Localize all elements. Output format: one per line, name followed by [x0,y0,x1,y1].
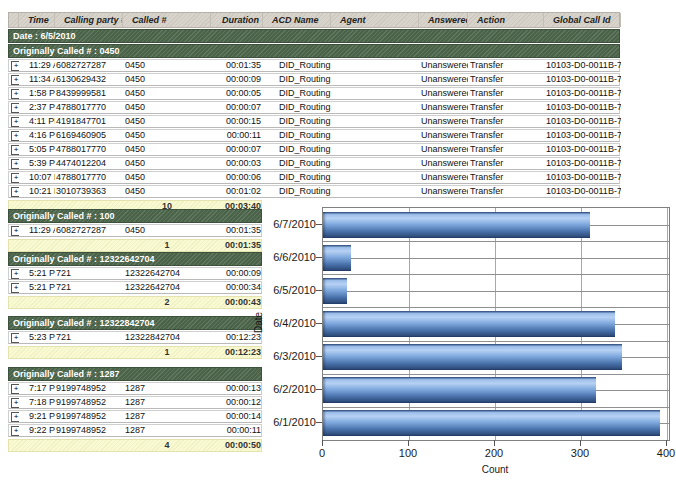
cell-global_id: 10103-D0-0011B-77E [544,172,621,183]
column-header-gid: Global Call Id [544,13,621,27]
expand-row-button[interactable]: + [11,145,19,155]
cell-answered: Unanswered [419,116,468,127]
cell-action: Transfer [468,116,544,127]
cell-agent [331,102,419,113]
cell-acd: DID_Routing [263,74,331,85]
cell-time: 7:18 PM [19,397,55,408]
cell-duration: 00:00:13 [211,383,263,394]
group-summary-row: 100:12:23 [8,346,262,359]
cell-called: 12322842704 [123,332,211,343]
cell-duration: 00:00:09 [211,74,263,85]
cell-time: 4:11 PM [19,116,55,127]
row-gutter: + [9,411,19,422]
cell-calling: 4788017770 [55,172,123,183]
cell-calling: 721 [55,332,123,343]
call-group: Originally Called # : 100+11:29 AM608272… [8,209,262,252]
cell-answered: Unanswered [419,172,468,183]
cell-acd: DID_Routing [263,186,331,197]
chart-bar[interactable] [323,311,615,337]
cell-duration: 00:00:34 [211,282,263,293]
cell-calling: 4788017770 [55,102,123,113]
expand-row-button[interactable]: + [11,117,19,127]
cell-calling: 6082727287 [55,60,123,71]
summary-spacer [19,440,55,451]
cell-agent [331,60,419,71]
category-label: 6/1/2010 [254,416,316,428]
column-header-acd: ACD Name [263,13,331,27]
table-row: +10:21 PM3010739363045000:01:02DID_Routi… [8,185,620,198]
expand-row-button[interactable]: + [11,333,19,343]
cell-time: 4:16 PM [19,130,55,141]
category-tick [316,224,322,225]
expand-row-button[interactable]: + [11,61,19,71]
table-row: +9:22 PM9199748952128700:00:11 [8,424,262,437]
cell-answered: Unanswered [419,158,468,169]
expand-row-button[interactable]: + [11,412,19,422]
summary-spacer [55,240,123,251]
cell-action: Transfer [468,102,544,113]
summary-call-count: 2 [123,297,211,308]
chart-bar[interactable] [323,377,596,403]
expand-row-button[interactable]: + [11,131,19,141]
cell-time: 10:21 PM [19,186,55,197]
cell-time: 5:39 PM [19,158,55,169]
cell-called: 1287 [123,411,211,422]
cell-acd: DID_Routing [263,60,331,71]
expand-row-button[interactable]: + [11,426,19,436]
cell-global_id: 10103-D0-0011B-774 [544,144,621,155]
expand-row-button[interactable]: + [11,187,19,197]
call-group: Originally Called # : 12322842704+5:23 P… [8,316,262,359]
expand-row-button[interactable]: + [11,159,19,169]
summary-spacer [19,347,55,358]
table-row: +5:21 PM7211232264270400:00:34 [8,281,262,294]
cell-answered: Unanswered [419,88,468,99]
chart-bar[interactable] [323,212,590,238]
cell-duration: 00:00:11 [211,130,263,141]
cell-action: Transfer [468,172,544,183]
expand-row-button[interactable]: + [11,283,19,293]
expand-row-button[interactable]: + [11,398,19,408]
cell-called: 0450 [123,116,211,127]
expand-row-button[interactable]: + [11,103,19,113]
expand-row-button[interactable]: + [11,173,19,183]
chart-slot-boundary [323,341,669,342]
group-band: Originally Called # : 0450 [8,44,620,58]
cell-action: Transfer [468,60,544,71]
chart-bar[interactable] [323,245,351,271]
table-row: +4:11 PM4191847701045000:00:15DID_Routin… [8,115,620,128]
value-axis-tick [408,440,409,446]
cell-global_id: 10103-D0-0011B-76F [544,74,621,85]
cell-agent [331,158,419,169]
chart-bar[interactable] [323,410,660,436]
summary-total-duration: 00:01:35 [211,240,263,251]
row-gutter: + [9,74,19,85]
table-row: +7:18 PM9199748952128700:00:12 [8,396,262,409]
column-header-called: Called # [123,13,211,27]
row-gutter: + [9,158,19,169]
value-axis-tick [494,440,495,446]
cell-answered: Unanswered [419,60,468,71]
chart-plot-area [322,207,670,441]
row-gutter: + [9,268,19,279]
chart-bar[interactable] [323,278,347,304]
cell-global_id: 10103-D0-0011B-77F [544,186,621,197]
cell-action: Transfer [468,74,544,85]
cell-agent [331,130,419,141]
cell-answered: Unanswered [419,102,468,113]
expand-row-button[interactable]: + [11,269,19,279]
expand-row-button[interactable]: + [11,89,19,99]
category-tick [316,389,322,390]
expand-row-button[interactable]: + [11,226,19,236]
table-row: +11:34 AM6130629432045000:00:09DID_Routi… [8,73,620,86]
category-label: 6/6/2010 [254,251,316,263]
cell-called: 1287 [123,425,211,436]
summary-gutter [9,297,19,308]
cell-time: 5:21 PM [19,282,55,293]
value-axis-label: 400 [646,447,676,459]
cell-time: 7:17 PM [19,383,55,394]
chart-bar[interactable] [323,344,622,370]
cell-answered: Unanswered [419,74,468,85]
expand-row-button[interactable]: + [11,384,19,394]
expand-row-button[interactable]: + [11,75,19,85]
row-gutter: + [9,116,19,127]
